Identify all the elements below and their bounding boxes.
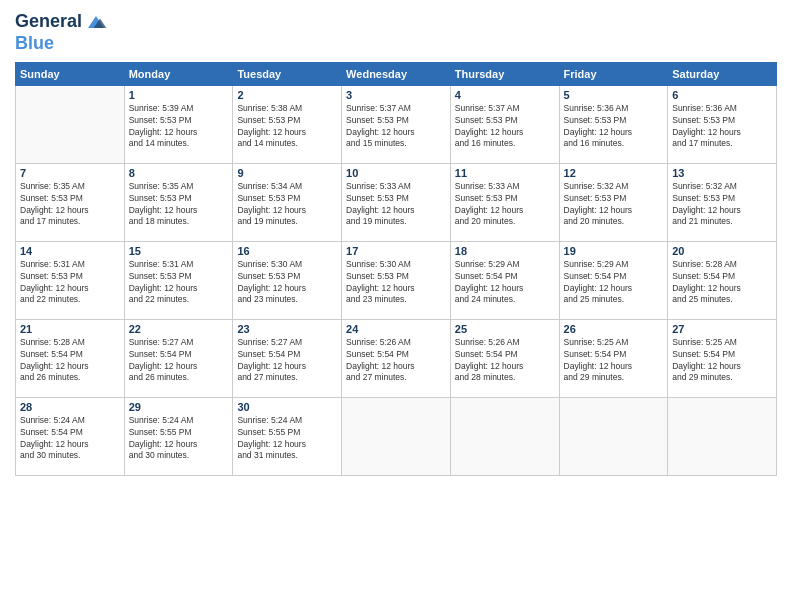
day-info: Sunrise: 5:26 AMSunset: 5:54 PMDaylight:… bbox=[346, 337, 446, 385]
day-number: 30 bbox=[237, 401, 337, 413]
calendar-cell: 22Sunrise: 5:27 AMSunset: 5:54 PMDayligh… bbox=[124, 319, 233, 397]
day-info: Sunrise: 5:33 AMSunset: 5:53 PMDaylight:… bbox=[455, 181, 555, 229]
day-info: Sunrise: 5:38 AMSunset: 5:53 PMDaylight:… bbox=[237, 103, 337, 151]
day-info: Sunrise: 5:29 AMSunset: 5:54 PMDaylight:… bbox=[564, 259, 664, 307]
day-info: Sunrise: 5:30 AMSunset: 5:53 PMDaylight:… bbox=[346, 259, 446, 307]
weekday-header-friday: Friday bbox=[559, 62, 668, 85]
week-row-3: 14Sunrise: 5:31 AMSunset: 5:53 PMDayligh… bbox=[16, 241, 777, 319]
day-info: Sunrise: 5:34 AMSunset: 5:53 PMDaylight:… bbox=[237, 181, 337, 229]
day-info: Sunrise: 5:28 AMSunset: 5:54 PMDaylight:… bbox=[20, 337, 120, 385]
week-row-5: 28Sunrise: 5:24 AMSunset: 5:54 PMDayligh… bbox=[16, 397, 777, 475]
calendar-cell: 27Sunrise: 5:25 AMSunset: 5:54 PMDayligh… bbox=[668, 319, 777, 397]
calendar-cell: 3Sunrise: 5:37 AMSunset: 5:53 PMDaylight… bbox=[342, 85, 451, 163]
calendar-cell: 13Sunrise: 5:32 AMSunset: 5:53 PMDayligh… bbox=[668, 163, 777, 241]
day-number: 25 bbox=[455, 323, 555, 335]
weekday-header-row: SundayMondayTuesdayWednesdayThursdayFrid… bbox=[16, 62, 777, 85]
day-info: Sunrise: 5:26 AMSunset: 5:54 PMDaylight:… bbox=[455, 337, 555, 385]
day-info: Sunrise: 5:35 AMSunset: 5:53 PMDaylight:… bbox=[129, 181, 229, 229]
day-number: 1 bbox=[129, 89, 229, 101]
day-info: Sunrise: 5:36 AMSunset: 5:53 PMDaylight:… bbox=[564, 103, 664, 151]
calendar-cell: 8Sunrise: 5:35 AMSunset: 5:53 PMDaylight… bbox=[124, 163, 233, 241]
day-number: 27 bbox=[672, 323, 772, 335]
day-info: Sunrise: 5:35 AMSunset: 5:53 PMDaylight:… bbox=[20, 181, 120, 229]
day-info: Sunrise: 5:24 AMSunset: 5:54 PMDaylight:… bbox=[20, 415, 120, 463]
day-number: 19 bbox=[564, 245, 664, 257]
calendar-cell bbox=[668, 397, 777, 475]
weekday-header-monday: Monday bbox=[124, 62, 233, 85]
day-info: Sunrise: 5:25 AMSunset: 5:54 PMDaylight:… bbox=[564, 337, 664, 385]
calendar-cell bbox=[450, 397, 559, 475]
calendar-cell: 9Sunrise: 5:34 AMSunset: 5:53 PMDaylight… bbox=[233, 163, 342, 241]
day-info: Sunrise: 5:33 AMSunset: 5:53 PMDaylight:… bbox=[346, 181, 446, 229]
day-info: Sunrise: 5:31 AMSunset: 5:53 PMDaylight:… bbox=[20, 259, 120, 307]
day-number: 20 bbox=[672, 245, 772, 257]
day-info: Sunrise: 5:28 AMSunset: 5:54 PMDaylight:… bbox=[672, 259, 772, 307]
logo-text-blue: Blue bbox=[15, 34, 108, 54]
logo: General Blue bbox=[15, 10, 108, 54]
day-number: 11 bbox=[455, 167, 555, 179]
day-info: Sunrise: 5:37 AMSunset: 5:53 PMDaylight:… bbox=[346, 103, 446, 151]
day-number: 4 bbox=[455, 89, 555, 101]
calendar-cell: 11Sunrise: 5:33 AMSunset: 5:53 PMDayligh… bbox=[450, 163, 559, 241]
day-info: Sunrise: 5:39 AMSunset: 5:53 PMDaylight:… bbox=[129, 103, 229, 151]
week-row-4: 21Sunrise: 5:28 AMSunset: 5:54 PMDayligh… bbox=[16, 319, 777, 397]
day-number: 6 bbox=[672, 89, 772, 101]
day-number: 29 bbox=[129, 401, 229, 413]
calendar-cell: 7Sunrise: 5:35 AMSunset: 5:53 PMDaylight… bbox=[16, 163, 125, 241]
calendar-cell bbox=[342, 397, 451, 475]
calendar-cell: 20Sunrise: 5:28 AMSunset: 5:54 PMDayligh… bbox=[668, 241, 777, 319]
calendar-cell: 14Sunrise: 5:31 AMSunset: 5:53 PMDayligh… bbox=[16, 241, 125, 319]
day-number: 23 bbox=[237, 323, 337, 335]
calendar-cell: 29Sunrise: 5:24 AMSunset: 5:55 PMDayligh… bbox=[124, 397, 233, 475]
calendar-cell: 21Sunrise: 5:28 AMSunset: 5:54 PMDayligh… bbox=[16, 319, 125, 397]
calendar-cell: 5Sunrise: 5:36 AMSunset: 5:53 PMDaylight… bbox=[559, 85, 668, 163]
calendar-cell: 17Sunrise: 5:30 AMSunset: 5:53 PMDayligh… bbox=[342, 241, 451, 319]
day-number: 26 bbox=[564, 323, 664, 335]
calendar-table: SundayMondayTuesdayWednesdayThursdayFrid… bbox=[15, 62, 777, 476]
day-info: Sunrise: 5:24 AMSunset: 5:55 PMDaylight:… bbox=[237, 415, 337, 463]
day-info: Sunrise: 5:27 AMSunset: 5:54 PMDaylight:… bbox=[237, 337, 337, 385]
calendar-cell: 1Sunrise: 5:39 AMSunset: 5:53 PMDaylight… bbox=[124, 85, 233, 163]
day-info: Sunrise: 5:31 AMSunset: 5:53 PMDaylight:… bbox=[129, 259, 229, 307]
day-info: Sunrise: 5:25 AMSunset: 5:54 PMDaylight:… bbox=[672, 337, 772, 385]
day-number: 3 bbox=[346, 89, 446, 101]
calendar-cell: 23Sunrise: 5:27 AMSunset: 5:54 PMDayligh… bbox=[233, 319, 342, 397]
day-number: 7 bbox=[20, 167, 120, 179]
calendar-page: General Blue SundayMondayTuesdayWednesda… bbox=[0, 0, 792, 612]
day-number: 13 bbox=[672, 167, 772, 179]
weekday-header-tuesday: Tuesday bbox=[233, 62, 342, 85]
day-number: 21 bbox=[20, 323, 120, 335]
weekday-header-wednesday: Wednesday bbox=[342, 62, 451, 85]
day-number: 12 bbox=[564, 167, 664, 179]
day-info: Sunrise: 5:36 AMSunset: 5:53 PMDaylight:… bbox=[672, 103, 772, 151]
calendar-cell: 12Sunrise: 5:32 AMSunset: 5:53 PMDayligh… bbox=[559, 163, 668, 241]
day-number: 17 bbox=[346, 245, 446, 257]
weekday-header-saturday: Saturday bbox=[668, 62, 777, 85]
calendar-cell: 19Sunrise: 5:29 AMSunset: 5:54 PMDayligh… bbox=[559, 241, 668, 319]
page-header: General Blue bbox=[15, 10, 777, 54]
day-number: 18 bbox=[455, 245, 555, 257]
day-number: 15 bbox=[129, 245, 229, 257]
day-number: 22 bbox=[129, 323, 229, 335]
calendar-cell: 26Sunrise: 5:25 AMSunset: 5:54 PMDayligh… bbox=[559, 319, 668, 397]
calendar-cell bbox=[16, 85, 125, 163]
day-info: Sunrise: 5:32 AMSunset: 5:53 PMDaylight:… bbox=[672, 181, 772, 229]
week-row-2: 7Sunrise: 5:35 AMSunset: 5:53 PMDaylight… bbox=[16, 163, 777, 241]
calendar-cell bbox=[559, 397, 668, 475]
calendar-cell: 28Sunrise: 5:24 AMSunset: 5:54 PMDayligh… bbox=[16, 397, 125, 475]
day-info: Sunrise: 5:37 AMSunset: 5:53 PMDaylight:… bbox=[455, 103, 555, 151]
day-info: Sunrise: 5:27 AMSunset: 5:54 PMDaylight:… bbox=[129, 337, 229, 385]
day-number: 24 bbox=[346, 323, 446, 335]
calendar-cell: 10Sunrise: 5:33 AMSunset: 5:53 PMDayligh… bbox=[342, 163, 451, 241]
day-info: Sunrise: 5:29 AMSunset: 5:54 PMDaylight:… bbox=[455, 259, 555, 307]
day-number: 9 bbox=[237, 167, 337, 179]
calendar-cell: 24Sunrise: 5:26 AMSunset: 5:54 PMDayligh… bbox=[342, 319, 451, 397]
logo-text-general: General bbox=[15, 12, 82, 32]
calendar-cell: 4Sunrise: 5:37 AMSunset: 5:53 PMDaylight… bbox=[450, 85, 559, 163]
day-number: 2 bbox=[237, 89, 337, 101]
day-number: 10 bbox=[346, 167, 446, 179]
calendar-cell: 30Sunrise: 5:24 AMSunset: 5:55 PMDayligh… bbox=[233, 397, 342, 475]
day-number: 16 bbox=[237, 245, 337, 257]
calendar-cell: 6Sunrise: 5:36 AMSunset: 5:53 PMDaylight… bbox=[668, 85, 777, 163]
week-row-1: 1Sunrise: 5:39 AMSunset: 5:53 PMDaylight… bbox=[16, 85, 777, 163]
